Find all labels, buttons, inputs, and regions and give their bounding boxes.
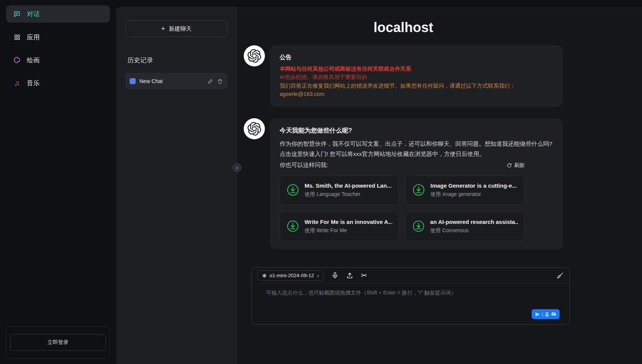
new-chat-button[interactable]: + 新建聊天 xyxy=(125,20,227,37)
suggestion-text: Write For Me is an innovative A... 使用 Wr… xyxy=(305,219,392,234)
suggestion-subtitle: 使用 Language Teacher xyxy=(305,191,391,198)
sparkle-icon: ✻ xyxy=(262,273,266,279)
upload-icon[interactable] xyxy=(346,272,353,279)
suggestion-title: Write For Me is an innovative A... xyxy=(305,219,392,225)
suggestion-card[interactable]: Write For Me is an innovative A... 使用 Wr… xyxy=(280,211,399,241)
chevron-left-icon: ‹ xyxy=(236,165,238,171)
app: 对话 应用 绘画 ♫ 音乐 立即登录 + 新建聊天 xyxy=(0,0,642,364)
chat-list-panel: + 新建聊天 历史记录 New Chat xyxy=(116,7,237,364)
composer-toolbar: ✻ o1-mini-2024-09-12 › ✂ xyxy=(252,268,569,284)
announcement-line: 我们目前正在修复我们网站上的错误并改进细节。如果您有任何疑问，请通过以下方式联系… xyxy=(280,82,553,90)
sidebar-item-drawing[interactable]: 绘画 xyxy=(6,51,110,69)
plus-icon: + xyxy=(161,25,165,33)
sidebar: 对话 应用 绘画 ♫ 音乐 立即登录 xyxy=(0,0,116,364)
suggestion-subtitle: 使用 image generator xyxy=(430,191,517,198)
chat-input[interactable] xyxy=(252,284,569,324)
announcement-line: AI也会犯错。请勿将其用于重要目的 xyxy=(280,73,553,81)
model-name: o1-mini-2024-09-12 xyxy=(269,273,314,278)
sidebar-item-apps[interactable]: 应用 xyxy=(6,28,110,46)
suggestion-title: Ms. Smith, the AI-powered Lan... xyxy=(305,182,391,189)
suggestion-title: Image Generator is a cutting-e... xyxy=(430,182,517,189)
chat-bubble-icon xyxy=(13,10,21,18)
download-circle-icon xyxy=(286,219,300,233)
battery-icon xyxy=(545,312,549,317)
welcome-title: 今天我能为您做些什么呢? xyxy=(280,126,553,135)
refresh-label: 刷新 xyxy=(514,162,524,169)
chat-item-actions xyxy=(207,79,223,84)
contact-email-link[interactable]: ageerle@163.com xyxy=(280,90,325,98)
ask-hint-row: 你也可以这样问我: 刷新 xyxy=(280,161,524,169)
message-bubble: 公告 本网站与任何其他公司或商标没有任何关联或合作关系 AI也会犯错。请勿将其用… xyxy=(270,45,563,107)
microphone-icon[interactable] xyxy=(331,272,339,279)
sidebar-item-chat[interactable]: 对话 xyxy=(6,5,110,23)
scissors-icon[interactable]: ✂ xyxy=(361,271,367,280)
model-selector[interactable]: ✻ o1-mini-2024-09-12 › xyxy=(257,270,324,281)
sidebar-item-label: 对话 xyxy=(27,10,40,19)
content-panel: + 新建聊天 历史记录 New Chat ‹ xyxy=(116,7,642,364)
openai-logo-icon xyxy=(248,49,261,63)
ask-hint: 你也可以这样问我: xyxy=(280,161,328,169)
send-button[interactable]: | 4k xyxy=(532,309,560,319)
chat-main-panel: ‹ localhost 公告 本网站与任何其他公司或商标没有任何关联或合作关系 … xyxy=(237,7,642,364)
announcement-title: 公告 xyxy=(280,54,553,62)
chevron-right-icon: › xyxy=(317,272,319,279)
message-bubble: 今天我能为您做些什么呢? 作为你的智慧伙伴，我不仅可以写文案、出点子，还可以和你… xyxy=(270,118,563,249)
suggestion-text: an AI-powered research assista... 使用 Con… xyxy=(430,219,518,234)
separator: | xyxy=(542,312,543,317)
clear-context-broom-icon[interactable] xyxy=(556,272,564,279)
suggestion-subtitle: 使用 Write For Me xyxy=(305,227,392,234)
apps-grid-icon xyxy=(13,34,21,41)
suggestion-grid: Ms. Smith, the AI-powered Lan... 使用 Lang… xyxy=(280,175,553,241)
sidebar-item-label: 绘画 xyxy=(27,56,40,65)
chat-messages-area: localhost 公告 本网站与任何其他公司或商标没有任何关联或合作关系 AI… xyxy=(237,7,642,262)
download-circle-icon xyxy=(412,219,425,233)
message-welcome: 今天我能为您做些什么呢? 作为你的智慧伙伴，我不仅可以写文案、出点子，还可以和你… xyxy=(244,118,563,249)
sidebar-item-label: 应用 xyxy=(27,33,40,42)
send-plane-icon xyxy=(535,312,540,317)
suggestion-card[interactable]: Ms. Smith, the AI-powered Lan... 使用 Lang… xyxy=(280,175,399,205)
suggestion-text: Ms. Smith, the AI-powered Lan... 使用 Lang… xyxy=(305,182,391,198)
message-announcement: 公告 本网站与任何其他公司或商标没有任何关联或合作关系 AI也会犯错。请勿将其用… xyxy=(244,45,563,107)
sidebar-item-label: 音乐 xyxy=(27,79,40,88)
edit-icon[interactable] xyxy=(207,79,213,84)
announcement-line: 本网站与任何其他公司或商标没有任何关联或合作关系 xyxy=(280,65,553,73)
suggestion-text: Image Generator is a cutting-e... 使用 ima… xyxy=(430,182,517,198)
token-count: 4k xyxy=(551,312,556,317)
welcome-body: 作为你的智慧伙伴，我不仅可以写文案、出点子，还可以和你聊天、回答问题。想知道我还… xyxy=(280,139,553,159)
login-panel: 立即登录 xyxy=(6,326,110,359)
music-note-icon: ♫ xyxy=(13,79,21,88)
palette-icon xyxy=(13,56,21,64)
download-circle-icon xyxy=(286,183,300,197)
suggestion-subtitle: 使用 Consensus xyxy=(430,227,518,234)
chat-list-item[interactable]: New Chat xyxy=(125,73,227,89)
refresh-icon xyxy=(507,163,512,168)
history-title: 历史记录 xyxy=(127,56,227,65)
new-chat-label: 新建聊天 xyxy=(169,25,192,32)
download-circle-icon xyxy=(412,183,425,197)
login-button[interactable]: 立即登录 xyxy=(10,334,106,351)
delete-icon[interactable] xyxy=(217,79,223,84)
chat-color-swatch-icon xyxy=(130,78,136,84)
chat-item-title: New Chat xyxy=(139,78,204,84)
openai-logo-icon xyxy=(248,122,261,136)
composer: ✻ o1-mini-2024-09-12 › ✂ xyxy=(251,267,570,325)
suggestion-card[interactable]: an AI-powered research assista... 使用 Con… xyxy=(405,211,524,241)
collapse-sidebar-button[interactable]: ‹ xyxy=(232,163,241,172)
page-title: localhost xyxy=(244,20,563,35)
assistant-avatar xyxy=(244,118,265,139)
suggestion-card[interactable]: Image Generator is a cutting-e... 使用 ima… xyxy=(405,175,524,205)
refresh-button[interactable]: 刷新 xyxy=(507,162,524,169)
assistant-avatar xyxy=(244,45,265,66)
suggestion-title: an AI-powered research assista... xyxy=(430,219,518,225)
sidebar-item-music[interactable]: ♫ 音乐 xyxy=(6,74,110,92)
